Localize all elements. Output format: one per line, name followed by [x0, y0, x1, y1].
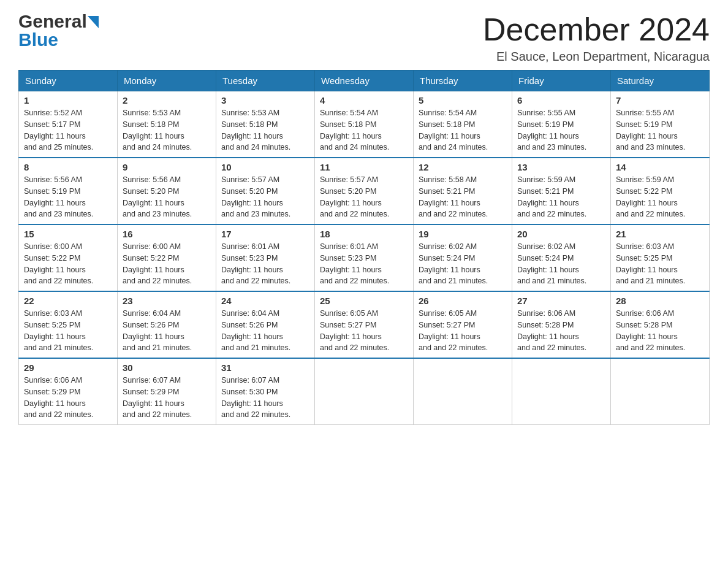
day-of-week-header: Friday [512, 71, 611, 91]
calendar-day-cell: 21Sunrise: 6:03 AMSunset: 5:25 PMDayligh… [611, 224, 710, 291]
calendar-table: SundayMondayTuesdayWednesdayThursdayFrid… [18, 70, 710, 425]
day-of-week-header: Sunday [19, 71, 118, 91]
day-number: 8 [24, 162, 112, 172]
day-info: Sunrise: 6:05 AMSunset: 5:27 PMDaylight:… [320, 308, 408, 354]
day-info: Sunrise: 5:52 AMSunset: 5:17 PMDaylight:… [24, 107, 112, 153]
calendar-day-cell: 15Sunrise: 6:00 AMSunset: 5:22 PMDayligh… [19, 224, 118, 291]
calendar-day-cell: 5Sunrise: 5:54 AMSunset: 5:18 PMDaylight… [414, 91, 512, 158]
page-header: General Blue December 2024 El Sauce, Leo… [18, 12, 710, 64]
calendar-day-cell: 1Sunrise: 5:52 AMSunset: 5:17 PMDaylight… [19, 91, 118, 158]
day-info: Sunrise: 5:53 AMSunset: 5:18 PMDaylight:… [221, 107, 309, 153]
day-info: Sunrise: 6:06 AMSunset: 5:28 PMDaylight:… [616, 308, 704, 354]
calendar-day-cell: 31Sunrise: 6:07 AMSunset: 5:30 PMDayligh… [216, 358, 315, 425]
day-number: 13 [517, 162, 605, 172]
day-info: Sunrise: 6:02 AMSunset: 5:24 PMDaylight:… [419, 241, 507, 287]
day-info: Sunrise: 5:58 AMSunset: 5:21 PMDaylight:… [419, 174, 507, 220]
calendar-week-row: 8Sunrise: 5:56 AMSunset: 5:19 PMDaylight… [19, 158, 710, 224]
calendar-day-cell: 27Sunrise: 6:06 AMSunset: 5:28 PMDayligh… [512, 291, 611, 358]
calendar-week-row: 1Sunrise: 5:52 AMSunset: 5:17 PMDaylight… [19, 91, 710, 158]
calendar-day-cell [414, 358, 512, 425]
day-info: Sunrise: 6:07 AMSunset: 5:29 PMDaylight:… [123, 375, 211, 421]
calendar-day-cell: 3Sunrise: 5:53 AMSunset: 5:18 PMDaylight… [216, 91, 315, 158]
day-number: 22 [24, 296, 112, 306]
day-number: 20 [517, 229, 605, 239]
logo-general: General [18, 12, 87, 31]
day-info: Sunrise: 5:56 AMSunset: 5:20 PMDaylight:… [123, 174, 211, 220]
day-number: 25 [320, 296, 408, 306]
day-info: Sunrise: 6:03 AMSunset: 5:25 PMDaylight:… [24, 308, 112, 354]
logo-blue: Blue [18, 31, 58, 49]
day-info: Sunrise: 5:54 AMSunset: 5:18 PMDaylight:… [419, 107, 507, 153]
calendar-week-row: 15Sunrise: 6:00 AMSunset: 5:22 PMDayligh… [19, 224, 710, 291]
day-info: Sunrise: 6:06 AMSunset: 5:28 PMDaylight:… [517, 308, 605, 354]
day-info: Sunrise: 5:55 AMSunset: 5:19 PMDaylight:… [517, 107, 605, 153]
calendar-day-cell: 26Sunrise: 6:05 AMSunset: 5:27 PMDayligh… [414, 291, 512, 358]
month-title: December 2024 [483, 12, 710, 47]
day-info: Sunrise: 6:00 AMSunset: 5:22 PMDaylight:… [24, 241, 112, 287]
title-block: December 2024 El Sauce, Leon Department,… [483, 12, 710, 64]
day-number: 23 [123, 296, 211, 306]
day-number: 28 [616, 296, 704, 306]
day-number: 24 [221, 296, 309, 306]
calendar-day-cell [611, 358, 710, 425]
day-number: 31 [221, 362, 309, 373]
day-number: 6 [517, 95, 605, 105]
calendar-day-cell: 11Sunrise: 5:57 AMSunset: 5:20 PMDayligh… [315, 158, 414, 224]
calendar-day-cell: 14Sunrise: 5:59 AMSunset: 5:22 PMDayligh… [611, 158, 710, 224]
day-info: Sunrise: 6:00 AMSunset: 5:22 PMDaylight:… [123, 241, 211, 287]
day-info: Sunrise: 5:57 AMSunset: 5:20 PMDaylight:… [320, 174, 408, 220]
calendar-day-cell: 30Sunrise: 6:07 AMSunset: 5:29 PMDayligh… [118, 358, 216, 425]
calendar-day-cell: 8Sunrise: 5:56 AMSunset: 5:19 PMDaylight… [19, 158, 118, 224]
day-number: 16 [123, 229, 211, 239]
day-number: 19 [419, 229, 507, 239]
day-of-week-header: Thursday [414, 71, 512, 91]
day-number: 27 [517, 296, 605, 306]
day-number: 12 [419, 162, 507, 172]
day-number: 21 [616, 229, 704, 239]
calendar-header-row: SundayMondayTuesdayWednesdayThursdayFrid… [19, 71, 710, 91]
calendar-day-cell: 20Sunrise: 6:02 AMSunset: 5:24 PMDayligh… [512, 224, 611, 291]
calendar-day-cell: 24Sunrise: 6:04 AMSunset: 5:26 PMDayligh… [216, 291, 315, 358]
day-number: 1 [24, 95, 112, 105]
calendar-day-cell: 29Sunrise: 6:06 AMSunset: 5:29 PMDayligh… [19, 358, 118, 425]
calendar-day-cell: 12Sunrise: 5:58 AMSunset: 5:21 PMDayligh… [414, 158, 512, 224]
calendar-day-cell: 22Sunrise: 6:03 AMSunset: 5:25 PMDayligh… [19, 291, 118, 358]
day-number: 17 [221, 229, 309, 239]
day-info: Sunrise: 6:02 AMSunset: 5:24 PMDaylight:… [517, 241, 605, 287]
calendar-day-cell: 9Sunrise: 5:56 AMSunset: 5:20 PMDaylight… [118, 158, 216, 224]
day-info: Sunrise: 6:04 AMSunset: 5:26 PMDaylight:… [123, 308, 211, 354]
calendar-day-cell: 25Sunrise: 6:05 AMSunset: 5:27 PMDayligh… [315, 291, 414, 358]
day-of-week-header: Monday [118, 71, 216, 91]
day-number: 5 [419, 95, 507, 105]
day-info: Sunrise: 6:06 AMSunset: 5:29 PMDaylight:… [24, 375, 112, 421]
calendar-day-cell: 13Sunrise: 5:59 AMSunset: 5:21 PMDayligh… [512, 158, 611, 224]
day-number: 29 [24, 362, 112, 373]
day-info: Sunrise: 6:07 AMSunset: 5:30 PMDaylight:… [221, 375, 309, 421]
calendar-day-cell: 18Sunrise: 6:01 AMSunset: 5:23 PMDayligh… [315, 224, 414, 291]
calendar-day-cell: 6Sunrise: 5:55 AMSunset: 5:19 PMDaylight… [512, 91, 611, 158]
day-number: 2 [123, 95, 211, 105]
svg-marker-0 [88, 16, 99, 28]
day-info: Sunrise: 5:56 AMSunset: 5:19 PMDaylight:… [24, 174, 112, 220]
day-number: 18 [320, 229, 408, 239]
day-info: Sunrise: 5:55 AMSunset: 5:19 PMDaylight:… [616, 107, 704, 153]
day-info: Sunrise: 5:53 AMSunset: 5:18 PMDaylight:… [123, 107, 211, 153]
day-info: Sunrise: 6:01 AMSunset: 5:23 PMDaylight:… [320, 241, 408, 287]
calendar-day-cell: 4Sunrise: 5:54 AMSunset: 5:18 PMDaylight… [315, 91, 414, 158]
calendar-day-cell: 16Sunrise: 6:00 AMSunset: 5:22 PMDayligh… [118, 224, 216, 291]
day-of-week-header: Tuesday [216, 71, 315, 91]
logo-triangle-icon [88, 16, 99, 28]
calendar-day-cell: 7Sunrise: 5:55 AMSunset: 5:19 PMDaylight… [611, 91, 710, 158]
day-number: 26 [419, 296, 507, 306]
day-number: 4 [320, 95, 408, 105]
logo: General Blue [18, 12, 99, 49]
calendar-day-cell: 23Sunrise: 6:04 AMSunset: 5:26 PMDayligh… [118, 291, 216, 358]
day-of-week-header: Saturday [611, 71, 710, 91]
calendar-day-cell: 19Sunrise: 6:02 AMSunset: 5:24 PMDayligh… [414, 224, 512, 291]
day-info: Sunrise: 5:59 AMSunset: 5:22 PMDaylight:… [616, 174, 704, 220]
location: El Sauce, Leon Department, Nicaragua [483, 50, 710, 64]
day-number: 14 [616, 162, 704, 172]
day-number: 10 [221, 162, 309, 172]
calendar-day-cell: 17Sunrise: 6:01 AMSunset: 5:23 PMDayligh… [216, 224, 315, 291]
day-info: Sunrise: 6:01 AMSunset: 5:23 PMDaylight:… [221, 241, 309, 287]
